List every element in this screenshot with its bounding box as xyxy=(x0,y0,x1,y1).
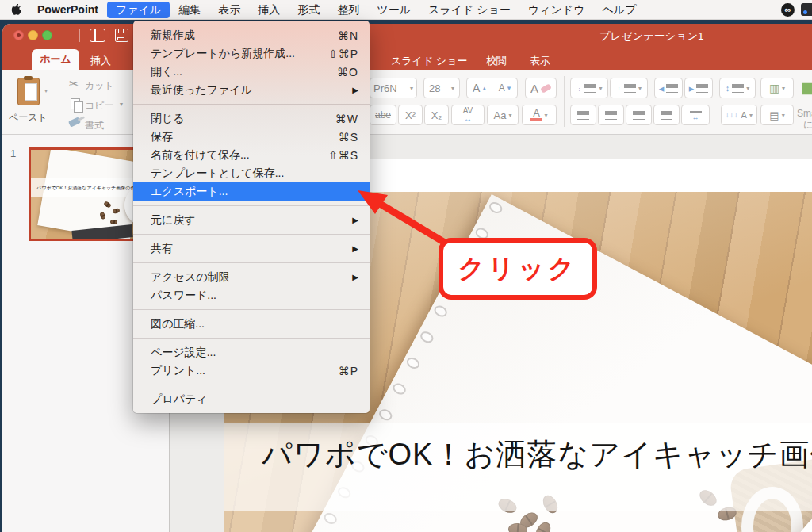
justify-button[interactable] xyxy=(653,105,680,125)
menu-item-new-from-template[interactable]: テンプレートから新規作成...⇧⌘P xyxy=(133,44,370,63)
scissors-icon[interactable]: ✂ xyxy=(69,77,79,91)
apple-icon xyxy=(11,4,21,16)
change-case-button[interactable]: Aa ▾ xyxy=(487,105,519,125)
smartart-icon[interactable] xyxy=(802,79,812,98)
menubar-item-help[interactable]: ヘルプ xyxy=(593,2,645,18)
align-right-button[interactable] xyxy=(626,105,652,125)
shrink-font-button[interactable]: A ▾ xyxy=(492,78,518,98)
tab-slideshow[interactable]: スライド ショー xyxy=(391,54,467,68)
copy-icon[interactable] xyxy=(71,98,80,109)
thumb-caption: パワポでOK！お洒落なアイキャッチ画像の作り xyxy=(36,185,140,192)
increase-indent-button[interactable]: ▸ xyxy=(684,78,713,98)
group-divider xyxy=(799,76,799,127)
menubar-item-edit[interactable]: 編集 xyxy=(170,2,209,18)
menubar-app-name[interactable]: PowerPoint xyxy=(29,3,107,16)
justify-icon xyxy=(661,111,672,120)
align-left-button[interactable] xyxy=(570,105,596,125)
superscript-button[interactable]: X² xyxy=(398,105,423,125)
clipboard-icon xyxy=(17,78,40,105)
subscript-button[interactable]: X₂ xyxy=(424,105,449,125)
grow-arrow-icon: ▴ xyxy=(482,84,486,92)
strikethrough-button[interactable]: abe xyxy=(370,105,396,125)
menu-item-password[interactable]: パスワード... xyxy=(133,286,370,304)
line-spacing-button[interactable]: ↕ ▾ xyxy=(719,78,756,98)
menu-item-revert[interactable]: 元に戻す▶ xyxy=(133,211,370,229)
window-title: プレゼンテーション1 xyxy=(599,29,704,44)
tab-home[interactable]: ホーム xyxy=(32,49,79,70)
menubar-item-tools[interactable]: ツール xyxy=(368,2,419,18)
apple-menu[interactable] xyxy=(0,2,29,18)
new-presentation-icon[interactable] xyxy=(90,29,105,42)
close-window-button[interactable] xyxy=(13,30,24,40)
align-text-button[interactable]: ▤ ▾ xyxy=(760,105,794,125)
smartart-label-line2: に xyxy=(803,118,812,132)
bullets-button[interactable]: ⋮ ▾ xyxy=(570,78,608,98)
align-center-button[interactable] xyxy=(598,105,624,125)
numbering-button[interactable]: ⋮ ▾ xyxy=(610,78,648,98)
file-menu: 新規作成⌘N テンプレートから新規作成...⇧⌘P 開く...⌘O 最近使ったフ… xyxy=(133,21,370,413)
paste-caret-icon[interactable]: ▾ xyxy=(44,87,48,94)
menu-item-save-as-template[interactable]: テンプレートとして保存... xyxy=(133,164,370,182)
format-painter-icon[interactable] xyxy=(68,117,81,127)
minimize-window-button[interactable] xyxy=(28,30,38,40)
menu-item-save-as[interactable]: 名前を付けて保存...⇧⌘S xyxy=(133,146,370,164)
menu-item-page-setup[interactable]: ページ設定... xyxy=(133,343,370,362)
strikethrough-label: abe xyxy=(375,109,391,121)
character-spacing-button[interactable]: AV ↔ xyxy=(451,105,485,125)
slide-title-text[interactable]: パワポでOK！お洒落なアイキャッチ画像の xyxy=(262,434,812,475)
window-titlebar[interactable]: プレゼンテーション1 xyxy=(2,24,812,48)
copy-label[interactable]: コピー xyxy=(85,99,114,113)
creative-cloud-icon[interactable]: ∞ xyxy=(781,3,795,17)
menubar-item-arrange[interactable]: 整列 xyxy=(328,2,368,18)
tab-insert[interactable]: 挿入 xyxy=(90,54,111,68)
menu-item-properties[interactable]: プロパティ xyxy=(133,390,370,408)
save-icon[interactable] xyxy=(115,29,128,42)
menu-item-export[interactable]: エクスポート... xyxy=(133,182,370,201)
menubar-item-format[interactable]: 形式 xyxy=(289,2,328,18)
menu-item-compress-pictures[interactable]: 図の圧縮... xyxy=(133,315,370,333)
menubar-item-file[interactable]: ファイル xyxy=(107,2,170,18)
smartart-label-line1: Sma xyxy=(797,108,812,119)
columns-caret-icon: ▾ xyxy=(782,85,785,92)
font-size-caret-icon: ▾ xyxy=(451,85,454,92)
menubar-item-insert[interactable]: 挿入 xyxy=(249,2,289,18)
menu-item-close[interactable]: 閉じる⌘W xyxy=(133,109,370,128)
decrease-indent-button[interactable]: ◂ xyxy=(654,78,683,98)
numbering-caret-icon: ▾ xyxy=(638,85,642,92)
zoom-window-button[interactable] xyxy=(42,30,52,40)
grow-font-button[interactable]: A ▴ xyxy=(466,78,492,98)
shrink-font-label: A xyxy=(499,82,505,94)
menu-item-open[interactable]: 開く...⌘O xyxy=(133,63,370,81)
menubar-item-slideshow[interactable]: スライド ショー xyxy=(419,2,519,18)
menu-item-restrict-access[interactable]: アクセスの制限▶ xyxy=(133,268,370,286)
clear-formatting-label: A xyxy=(530,82,538,95)
submenu-arrow-icon: ▶ xyxy=(352,86,358,94)
status-app-icon[interactable] xyxy=(801,3,812,16)
numbering-icon xyxy=(624,84,636,93)
superscript-label: X² xyxy=(405,109,416,121)
copy-caret-icon[interactable]: ▾ xyxy=(120,101,123,108)
menu-item-save[interactable]: 保存⌘S xyxy=(133,128,370,146)
font-size-value: 28 xyxy=(429,82,440,94)
font-size-select[interactable]: 28 ▾ xyxy=(423,78,460,98)
format-painter-label[interactable]: 書式 xyxy=(85,119,104,132)
font-color-button[interactable]: A ▾ xyxy=(522,105,557,125)
clear-formatting-button[interactable]: A xyxy=(525,78,557,98)
text-direction-button[interactable]: ↓↓↓A ▾ xyxy=(721,105,757,125)
bullets-caret-icon: ▾ xyxy=(599,85,602,92)
distribute-button[interactable]: ↔ xyxy=(681,105,710,125)
menubar-item-window[interactable]: ウィンドウ xyxy=(519,2,594,18)
menubar-item-view[interactable]: 表示 xyxy=(209,2,249,18)
menu-item-share[interactable]: 共有▶ xyxy=(133,239,370,258)
submenu-arrow-icon: ▶ xyxy=(352,273,358,281)
menu-item-new[interactable]: 新規作成⌘N xyxy=(133,26,370,44)
font-color-caret-icon: ▾ xyxy=(544,112,547,119)
columns-button[interactable]: ▥ ▾ xyxy=(760,78,794,98)
menu-item-recent-files[interactable]: 最近使ったファイル▶ xyxy=(133,81,370,99)
cut-label[interactable]: カット xyxy=(85,79,114,93)
spacing-arrow-icon: ↔ xyxy=(464,115,472,123)
menu-item-print[interactable]: プリント...⌘P xyxy=(133,362,370,380)
tab-view[interactable]: 表示 xyxy=(530,54,550,68)
font-name-select[interactable]: Pr6N ▾ xyxy=(370,78,417,98)
tab-review[interactable]: 校閲 xyxy=(486,54,507,68)
